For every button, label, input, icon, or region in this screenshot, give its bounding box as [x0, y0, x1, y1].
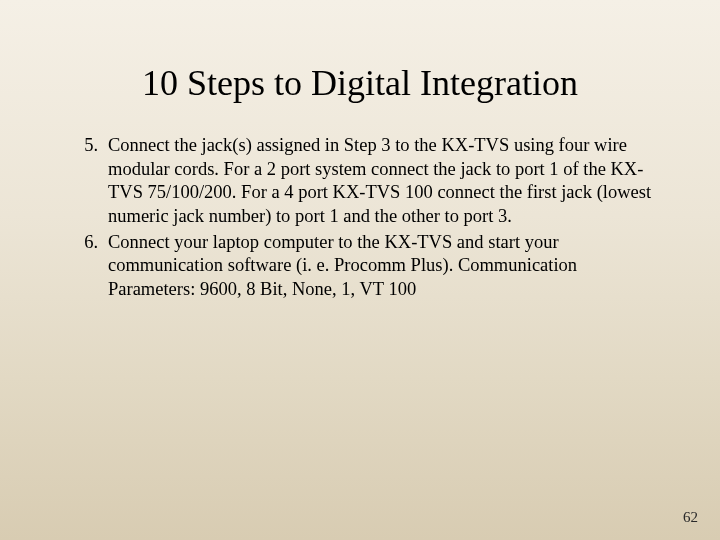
- step-list: 5. Connect the jack(s) assigned in Step …: [60, 134, 660, 302]
- slide-title: 10 Steps to Digital Integration: [60, 62, 660, 104]
- item-text: Connect the jack(s) assigned in Step 3 t…: [108, 134, 660, 229]
- item-number: 5.: [82, 134, 108, 229]
- page-number: 62: [683, 509, 698, 526]
- list-item: 5. Connect the jack(s) assigned in Step …: [82, 134, 660, 229]
- list-item: 6. Connect your laptop computer to the K…: [82, 231, 660, 302]
- item-text: Connect your laptop computer to the KX-T…: [108, 231, 660, 302]
- slide: 10 Steps to Digital Integration 5. Conne…: [0, 0, 720, 302]
- item-number: 6.: [82, 231, 108, 302]
